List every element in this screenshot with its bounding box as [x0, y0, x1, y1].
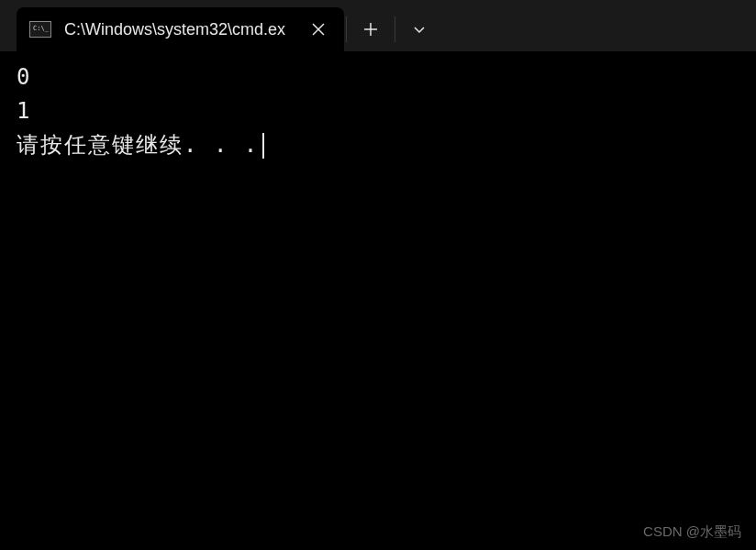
tab-dropdown-button[interactable]: [397, 7, 441, 51]
cursor: [262, 133, 264, 159]
tab-title: C:\Windows\system32\cmd.ex: [64, 20, 285, 39]
titlebar: C:\_ C:\Windows\system32\cmd.ex: [0, 0, 756, 51]
terminal-body[interactable]: 0 1 请按任意键继续. . . CSDN @水墨码: [0, 51, 756, 550]
divider: [346, 16, 347, 42]
output-line: 1: [17, 94, 739, 128]
titlebar-actions: [344, 7, 441, 51]
plus-icon: [362, 21, 379, 38]
watermark: CSDN @水墨码: [643, 523, 741, 541]
close-icon: [311, 22, 326, 37]
prompt-text: 请按任意键继续. . .: [17, 128, 259, 162]
prompt-line: 请按任意键继续. . .: [17, 128, 739, 162]
active-tab[interactable]: C:\_ C:\Windows\system32\cmd.ex: [17, 7, 344, 51]
cmd-icon: C:\_: [29, 21, 51, 38]
close-tab-button[interactable]: [304, 15, 333, 44]
new-tab-button[interactable]: [349, 7, 393, 51]
chevron-down-icon: [412, 22, 427, 37]
output-line: 0: [17, 60, 739, 94]
divider: [395, 16, 395, 42]
